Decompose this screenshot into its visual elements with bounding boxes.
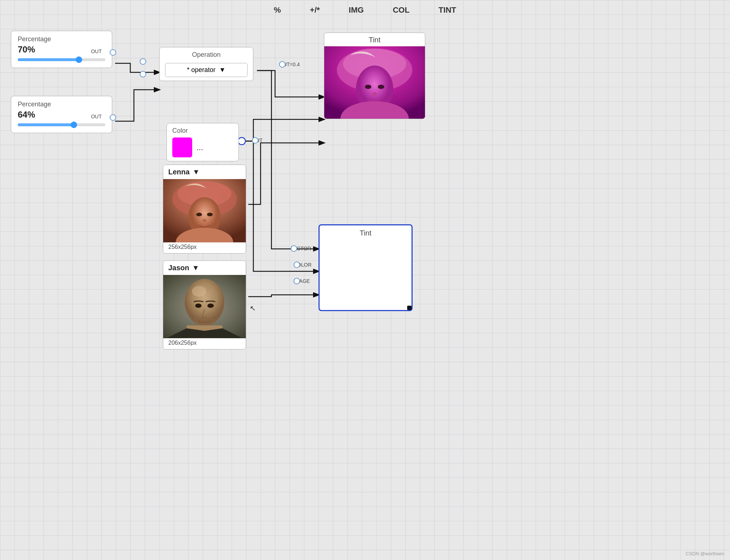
tint-node-1: Tint (324, 33, 425, 119)
svg-point-6 (207, 213, 213, 216)
jason-image (163, 275, 246, 338)
lenna-chevron-icon: ▼ (193, 168, 200, 176)
op-out-port[interactable] (279, 61, 286, 68)
pct2-out-port[interactable] (110, 114, 116, 121)
chevron-down-icon: ▼ (219, 66, 226, 74)
tint2-image-port[interactable] (294, 278, 300, 284)
color-swatch[interactable] (172, 137, 192, 157)
tint-node-2: Tint FACTOR COLOR IMAGE (318, 224, 413, 311)
jason-size: 206x256px (163, 338, 246, 349)
svg-point-13 (207, 304, 214, 308)
percentage-1-slider[interactable] (18, 58, 105, 61)
tint2-factor-port[interactable] (291, 245, 297, 252)
lenna-header: Lenna ▼ (163, 165, 246, 179)
percentage-node-2: Percentage 64% OUT (11, 96, 112, 133)
tint2-color-port[interactable] (294, 262, 300, 268)
svg-point-20 (365, 85, 371, 89)
svg-point-7 (203, 219, 206, 222)
svg-point-21 (378, 85, 384, 89)
jason-chevron-icon: ▼ (192, 264, 199, 272)
op-in2-port[interactable] (140, 71, 146, 77)
lenna-size: 256x256px (163, 242, 246, 253)
toolbar: % +/* IMG COL TINT (0, 0, 730, 20)
toolbar-percent[interactable]: % (270, 4, 285, 17)
watermark: CSDN @worthsen (686, 551, 724, 556)
operation-node: Operation * operator ▼ IN IN OUT=0.4 (159, 47, 253, 81)
lenna-name: Lenna (168, 168, 190, 176)
svg-point-5 (196, 213, 202, 216)
color-title: Color (172, 127, 203, 135)
lenna-image (163, 179, 246, 242)
color-ellipsis[interactable]: ... (197, 143, 203, 152)
tint1-image (324, 46, 425, 119)
percentage-node-1: Percentage 70% OUT (11, 31, 112, 68)
toolbar-img[interactable]: IMG (345, 4, 368, 17)
operator-label: * operator (187, 66, 216, 74)
tint1-title: Tint (324, 33, 425, 46)
svg-point-22 (372, 92, 377, 96)
operator-select[interactable]: * operator ▼ (165, 63, 248, 77)
jason-name: Jason (168, 264, 189, 272)
pct1-out-label: OUT (91, 48, 102, 54)
lenna-image-node: Lenna ▼ (163, 165, 246, 254)
svg-point-11 (192, 286, 206, 297)
color-node: Color ... OUT (166, 123, 239, 161)
percentage-1-title: Percentage (18, 35, 105, 43)
op-in1-port[interactable] (140, 58, 146, 65)
operation-title: Operation (165, 51, 248, 59)
tint2-title: Tint (320, 225, 412, 239)
pct1-out-port[interactable] (110, 49, 116, 56)
jason-header: Jason ▼ (163, 261, 246, 275)
toolbar-col[interactable]: COL (389, 4, 413, 17)
toolbar-plus-mul[interactable]: +/* (306, 4, 324, 17)
pct2-out-label: OUT (91, 114, 102, 119)
jason-image-node: Jason ▼ (163, 260, 246, 349)
svg-point-12 (195, 304, 202, 308)
toolbar-tint[interactable]: TINT (435, 4, 460, 17)
color-out-port[interactable] (252, 137, 258, 144)
svg-point-0 (238, 137, 245, 145)
cursor-indicator: ↖ (250, 304, 256, 313)
percentage-2-slider[interactable] (18, 123, 105, 126)
percentage-2-title: Percentage (18, 101, 105, 108)
resize-handle[interactable] (407, 306, 412, 310)
